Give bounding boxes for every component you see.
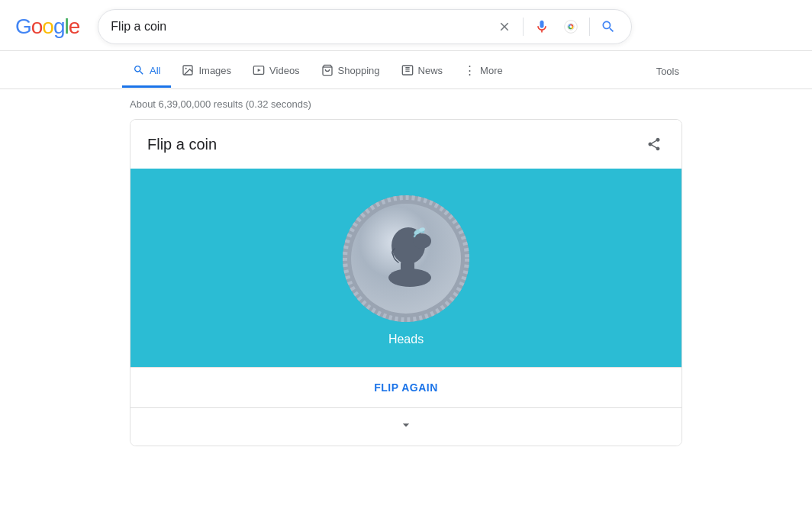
logo-letter-g2: g	[53, 14, 65, 38]
tab-more-label: More	[480, 65, 503, 76]
voice-search-button[interactable]	[531, 16, 553, 37]
chevron-down-icon	[398, 420, 414, 436]
search-bar: Flip a coin	[98, 9, 632, 44]
tools-button[interactable]: Tools	[646, 56, 690, 86]
all-icon	[133, 64, 145, 76]
tab-shopping[interactable]: Shopping	[311, 55, 391, 88]
icon-divider-2	[589, 18, 590, 36]
shopping-icon	[321, 64, 334, 76]
coin-card-header: Flip a coin	[130, 120, 682, 169]
google-logo[interactable]: Google	[15, 14, 79, 39]
tab-images[interactable]: Images	[171, 55, 242, 88]
svg-rect-6	[402, 66, 412, 75]
news-icon	[401, 64, 414, 76]
svg-point-15	[388, 269, 431, 287]
header: Google Flip a coin	[0, 0, 812, 51]
logo-letter-o2: o	[42, 14, 53, 38]
nav-tabs: All Images Videos Shopping News ⋮ More T…	[0, 51, 812, 89]
results-info: About 6,39,00,000 results (0.32 seconds)	[0, 89, 812, 119]
share-button[interactable]	[643, 134, 665, 155]
search-input[interactable]: Flip a coin	[111, 20, 488, 34]
coin-card-title: Flip a coin	[147, 136, 217, 153]
tab-videos-label: Videos	[269, 65, 300, 76]
results-count: About 6,39,00,000 results (0.32 seconds)	[130, 98, 311, 110]
tab-videos[interactable]: Videos	[242, 55, 311, 88]
tab-images-label: Images	[198, 65, 231, 76]
main-content: Flip a coin	[0, 119, 812, 446]
flip-again-area: FLIP AGAIN	[130, 367, 682, 407]
logo-letter-e: e	[69, 14, 80, 38]
coin-flip-card: Flip a coin	[130, 119, 682, 446]
search-icon-group	[494, 16, 619, 37]
logo-letter-o1: o	[31, 14, 43, 38]
expand-area[interactable]	[130, 407, 682, 446]
images-icon	[182, 64, 194, 76]
coin-image	[341, 194, 471, 323]
videos-icon	[253, 64, 265, 76]
svg-marker-4	[258, 69, 261, 72]
tab-all-label: All	[150, 65, 160, 76]
tab-news-label: News	[418, 65, 443, 76]
tab-all[interactable]: All	[122, 55, 171, 88]
search-button[interactable]	[598, 16, 619, 37]
icon-divider	[523, 18, 524, 36]
tools-label: Tools	[656, 66, 679, 77]
coin-display-area[interactable]: Heads	[130, 169, 682, 367]
tab-news[interactable]: News	[391, 55, 454, 88]
tab-more[interactable]: ⋮ More	[453, 54, 514, 88]
flip-again-button[interactable]: FLIP AGAIN	[374, 381, 438, 394]
svg-point-2	[185, 68, 187, 69]
tab-shopping-label: Shopping	[338, 65, 380, 76]
more-icon: ⋮	[464, 63, 475, 77]
svg-point-0	[565, 21, 578, 34]
image-search-button[interactable]	[560, 16, 582, 37]
coin-result-label: Heads	[388, 333, 424, 346]
clear-button[interactable]	[494, 16, 515, 37]
logo-letter-g: G	[15, 14, 31, 38]
